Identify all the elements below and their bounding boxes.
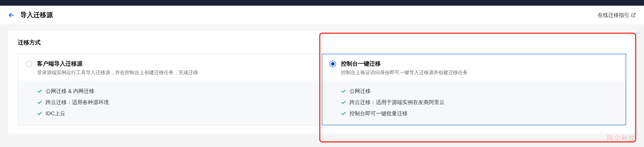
external-link-icon — [631, 13, 636, 18]
option-desc: 登录源端实例运行工具导入迁移源，并在控制台上创建迁移任务，完成迁移 — [37, 69, 314, 76]
option-head-text: 客户端导入迁移源 登录源端实例运行工具导入迁移源，并在控制台上创建迁移任务，完成… — [37, 60, 314, 76]
feature-text: IDC上云 — [46, 110, 65, 117]
option-head: 控制台一键迁移 控制台上验证访问身份即可一键导入迁移源并创建迁移任务 — [322, 54, 626, 81]
main-content: 迁移方式 客户端导入迁移源 登录源端实例运行工具导入迁移源，并在控制台上创建迁移… — [0, 25, 644, 133]
option-body: 公网迁移 跨云迁移：适用于源端实例在友商阿里云 控制台即可一键批量迁移 — [322, 81, 626, 125]
page-header: 导入迁移源 在线迁移指引 — [0, 6, 644, 25]
option-desc: 控制台上验证访问身份即可一键导入迁移源并创建迁移任务 — [341, 69, 618, 76]
feature-text: 公网迁移 — [350, 88, 370, 95]
watermark: 同尘科技 — [606, 133, 636, 143]
check-icon — [37, 111, 42, 116]
options-row: 客户端导入迁移源 登录源端实例运行工具导入迁移源，并在控制台上创建迁移任务，完成… — [18, 54, 626, 125]
feature-text: 跨云迁移：适用各种源环境 — [46, 99, 109, 106]
guide-link-label: 在线迁移指引 — [598, 12, 629, 19]
option-body: 公网迁移 & 内网迁移 跨云迁移：适用各种源环境 IDC上云 — [18, 81, 322, 125]
page-title: 导入迁移源 — [20, 11, 53, 20]
migration-card: 迁移方式 客户端导入迁移源 登录源端实例运行工具导入迁移源，并在控制台上创建迁移… — [8, 31, 636, 133]
radio-icon[interactable] — [26, 61, 32, 67]
option-head: 客户端导入迁移源 登录源端实例运行工具导入迁移源，并在控制台上创建迁移任务，完成… — [18, 54, 322, 81]
feature-item: IDC上云 — [37, 108, 314, 119]
check-icon — [341, 100, 346, 105]
option-console-oneclick[interactable]: 控制台一键迁移 控制台上验证访问身份即可一键导入迁移源并创建迁移任务 公网迁移 — [322, 54, 626, 125]
feature-item: 跨云迁移：适用各种源环境 — [37, 97, 314, 108]
option-title: 客户端导入迁移源 — [37, 60, 314, 68]
feature-text: 公网迁移 & 内网迁移 — [46, 88, 94, 95]
option-client-import[interactable]: 客户端导入迁移源 登录源端实例运行工具导入迁移源，并在控制台上创建迁移任务，完成… — [18, 54, 322, 125]
section-title: 迁移方式 — [18, 39, 626, 46]
guide-link[interactable]: 在线迁移指引 — [598, 12, 636, 19]
feature-item: 公网迁移 & 内网迁移 — [37, 85, 314, 97]
feature-item: 公网迁移 — [341, 85, 618, 97]
header-left: 导入迁移源 — [8, 11, 53, 20]
check-icon — [37, 100, 42, 105]
option-title: 控制台一键迁移 — [341, 60, 618, 68]
check-icon — [341, 111, 346, 116]
back-arrow-icon[interactable] — [8, 12, 15, 18]
radio-icon[interactable] — [330, 61, 336, 67]
feature-item: 跨云迁移：适用于源端实例在友商阿里云 — [341, 97, 618, 108]
check-icon — [37, 89, 42, 94]
svg-line-1 — [633, 13, 635, 16]
option-head-text: 控制台一键迁移 控制台上验证访问身份即可一键导入迁移源并创建迁移任务 — [341, 60, 618, 76]
top-bar — [0, 0, 644, 6]
feature-text: 跨云迁移：适用于源端实例在友商阿里云 — [350, 99, 444, 106]
feature-text: 控制台即可一键批量迁移 — [350, 110, 408, 117]
check-icon — [341, 89, 346, 94]
feature-item: 控制台即可一键批量迁移 — [341, 108, 618, 119]
